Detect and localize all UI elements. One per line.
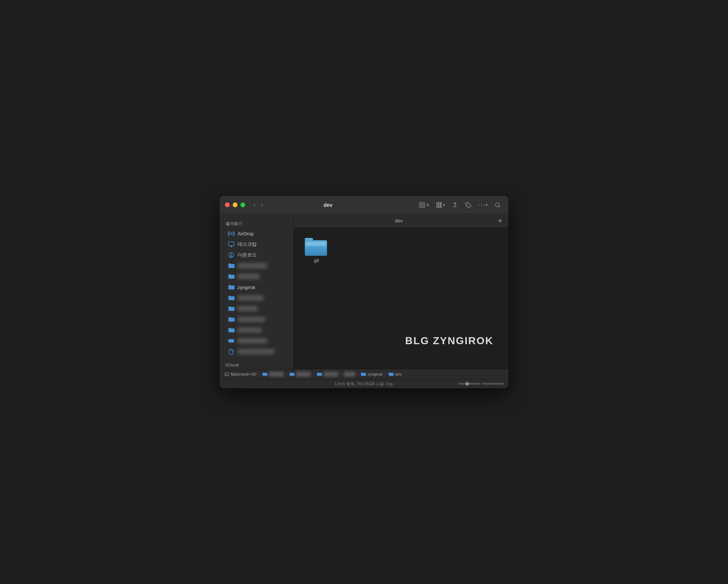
zoom-slider[interactable]: [458, 383, 480, 385]
minimize-button[interactable]: [233, 202, 237, 207]
breadcrumb-blurred3[interactable]: [317, 372, 338, 377]
zyngirok-label: zyngirok: [237, 285, 255, 290]
breadcrumb-hd-text: Macintosh HD: [231, 372, 256, 376]
breadcrumb-sep1: ›: [259, 372, 260, 376]
maximize-button[interactable]: [240, 202, 245, 207]
breadcrumb-sep3: ›: [313, 372, 314, 376]
folder6-label: [237, 328, 262, 333]
tag-icon: [465, 202, 472, 208]
hd-icon: [224, 372, 229, 377]
file-panel-header: dev +: [294, 214, 508, 228]
folder4-label: [237, 306, 258, 311]
breadcrumb-blurred-text2: [296, 372, 311, 377]
sidebar-item-folder3[interactable]: [222, 293, 291, 303]
toolbar-right: ⇅ ▾ ··· ▾: [417, 199, 503, 210]
tag-button[interactable]: [463, 200, 474, 210]
breadcrumb-hd[interactable]: Macintosh HD: [224, 372, 256, 377]
more-options-button[interactable]: ··· ▾: [476, 199, 490, 210]
desktop-label: 데스크탑: [237, 241, 257, 248]
zoom-thumb: [465, 382, 469, 386]
sidebar-item-folder4[interactable]: [222, 303, 291, 314]
zyngirok-icon: [228, 284, 235, 291]
sidebar-item-doc1[interactable]: [222, 346, 291, 357]
breadcrumb-blurred2[interactable]: [289, 372, 311, 377]
sidebar-item-desktop[interactable]: 데스크탑: [222, 239, 291, 249]
airdrop-icon: [228, 230, 235, 237]
sidebar-item-folder1[interactable]: [222, 261, 291, 271]
file-panel-title: dev: [300, 218, 498, 224]
sidebar-item-downloads[interactable]: 다운로드: [222, 250, 291, 260]
file-panel: dev + .git: [294, 214, 508, 369]
sidebar-item-storage1[interactable]: [222, 336, 291, 346]
folder6-icon: [228, 327, 235, 333]
folder4-icon: [228, 305, 235, 312]
svg-point-9: [230, 233, 232, 235]
doc1-icon: [228, 348, 235, 355]
breadcrumb-blurred-text3: [323, 372, 338, 377]
sidebar-item-airdrop[interactable]: AirDrop: [222, 228, 291, 239]
sidebar-item-folder2[interactable]: [222, 271, 291, 282]
chevron-down-icon: ▾: [443, 203, 445, 207]
downloads-label: 다운로드: [237, 252, 257, 258]
folder-breadcrumb-icon1: [262, 372, 267, 377]
breadcrumb-blurred-text1: [269, 372, 284, 377]
info-bar: 1개의 항목, 791.65GB 사용 가능: [220, 379, 508, 388]
folder-breadcrumb-icon2: [289, 372, 294, 377]
folder5-icon: [228, 316, 235, 323]
folder1-label: [237, 263, 267, 268]
folder-shine: [306, 242, 326, 246]
view-grid-button[interactable]: ⇅: [417, 200, 431, 210]
zoom-track: [482, 383, 504, 385]
doc1-label: [237, 349, 274, 354]
downloads-icon: [228, 252, 235, 258]
file-label-git: .git: [313, 258, 319, 263]
close-button[interactable]: [225, 202, 230, 207]
share-button[interactable]: [449, 200, 461, 210]
folder-breadcrumb-icon4: [361, 372, 366, 377]
favorites-label: 즐겨찾기: [220, 218, 293, 228]
file-grid: .git: [301, 235, 501, 266]
breadcrumb-blurred4[interactable]: [344, 372, 355, 377]
finder-window: ‹ › dev ⇅ ▾ ···: [220, 196, 508, 388]
columns-icon: [436, 202, 442, 208]
breadcrumb-blurred1[interactable]: [262, 372, 284, 377]
forward-button[interactable]: ›: [259, 200, 265, 210]
folder2-icon: [228, 273, 235, 280]
folder-visual-git: [305, 238, 327, 256]
grid-icon: [419, 202, 425, 208]
sidebar-item-folder5[interactable]: [222, 314, 291, 325]
add-button[interactable]: +: [498, 217, 502, 225]
search-button[interactable]: [492, 200, 503, 210]
folder3-label: [237, 295, 263, 301]
storage1-icon: [228, 338, 235, 344]
breadcrumb-blurred-text4: [344, 372, 355, 377]
breadcrumb-sep2: ›: [286, 372, 287, 376]
breadcrumb-zyngirok[interactable]: zyngirok: [361, 372, 382, 377]
sidebar-item-zyngirok[interactable]: zyngirok: [222, 282, 291, 292]
svg-rect-3: [422, 205, 424, 207]
watermark: BLG ZYNGIROK: [405, 335, 493, 347]
breadcrumb-dev[interactable]: dev: [388, 372, 402, 377]
folder-breadcrumb-icon5: [388, 372, 394, 377]
svg-point-7: [467, 203, 468, 204]
folder-breadcrumb-icon3: [317, 372, 322, 377]
file-item-git[interactable]: .git: [301, 235, 331, 266]
view-columns-button[interactable]: ▾: [434, 200, 447, 210]
breadcrumb-zyngirok-text: zyngirok: [367, 372, 382, 376]
window-title: dev: [269, 202, 387, 208]
chevron-down-icon2: ▾: [486, 203, 488, 207]
svg-rect-2: [419, 205, 421, 207]
nav-buttons: ‹ ›: [251, 200, 266, 210]
icloud-label: iCloud: [220, 360, 293, 369]
storage1-label: [237, 338, 267, 343]
back-button[interactable]: ‹: [251, 200, 257, 210]
breadcrumb-sep4: ›: [340, 372, 342, 376]
share-icon: [452, 202, 458, 208]
sidebar: 즐겨찾기 AirDrop: [220, 214, 294, 369]
titlebar: ‹ › dev ⇅ ▾ ···: [220, 196, 508, 214]
breadcrumb-bar: Macintosh HD › › › › ›: [220, 369, 508, 379]
info-text: 1개의 항목, 791.65GB 사용 가능: [335, 381, 394, 387]
sidebar-item-folder6[interactable]: [222, 325, 291, 335]
folder1-icon: [228, 262, 235, 269]
svg-rect-4: [437, 202, 438, 208]
